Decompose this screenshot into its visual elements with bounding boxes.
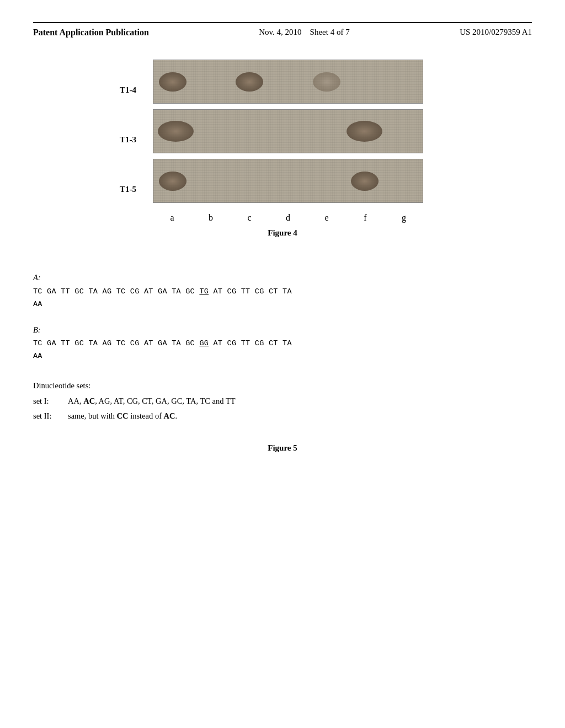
lane-f: f (351, 213, 379, 223)
spot-t13-f (347, 121, 382, 142)
spot-t13-a (158, 121, 194, 142)
gel-row-t13: T1-3 (120, 109, 445, 153)
set2-value: same, but with CC instead of AC. (68, 409, 177, 424)
label-t15: T1-5 (120, 185, 153, 194)
lane-a: a (158, 213, 186, 223)
lane-c: c (236, 213, 263, 223)
spot-t15-f (351, 172, 379, 191)
gel-wrapper: T1-4 T1-3 (120, 60, 445, 223)
lane-g: g (390, 213, 418, 223)
gel-image-t15 (153, 159, 423, 203)
gel-row-t15: T1-5 (120, 159, 445, 203)
header-sheet: Sheet 4 of 7 (310, 28, 350, 36)
set1-value: AA, AC, AG, AT, CG, CT, GA, GC, TA, TC a… (68, 394, 236, 409)
dinucleotide-section: Dinucleotide sets: set I: AA, AC, AG, AT… (33, 378, 532, 424)
gel-image-t14 (153, 60, 423, 104)
underline-tg: TG (199, 287, 209, 296)
spot-t14-c (236, 72, 263, 92)
section-b-line2: AA (33, 350, 532, 363)
lane-e: e (313, 213, 340, 223)
spot-t14-a (159, 72, 186, 92)
header-right: US 2010/0279359 A1 (460, 28, 532, 37)
lane-labels: a b c d e f g (153, 208, 423, 223)
gel-row-t14: T1-4 (120, 60, 445, 104)
header-center: Nov. 4, 2010 Sheet 4 of 7 (259, 28, 349, 37)
label-t14: T1-4 (120, 85, 153, 95)
gel-image-t13 (153, 109, 423, 153)
spot-t15-a (159, 172, 186, 191)
dinucleotide-title: Dinucleotide sets: (33, 378, 532, 394)
header-left: Patent Application Publication (33, 28, 149, 38)
section-a-line2: AA (33, 298, 532, 311)
figure5-section: A: TC GA TT GC TA AG TC CG AT GA TA GC T… (33, 271, 532, 424)
section-a-label: A: (33, 271, 532, 285)
section-b-label: B: (33, 323, 532, 337)
header-date: Nov. 4, 2010 (259, 28, 301, 36)
lane-b: b (197, 213, 225, 223)
figure4-section: T1-4 T1-3 (33, 60, 532, 254)
page: Patent Application Publication Nov. 4, 2… (0, 0, 565, 728)
figure4-caption: Figure 4 (268, 228, 297, 238)
spot-t14-e (313, 72, 340, 92)
lane-d: d (274, 213, 302, 223)
dinu-row-set1: set I: AA, AC, AG, AT, CG, CT, GA, GC, T… (33, 394, 532, 409)
figure5-caption: Figure 5 (33, 443, 532, 453)
set2-label: set II: (33, 409, 63, 424)
section-a-line1: TC GA TT GC TA AG TC CG AT GA TA GC TG A… (33, 286, 532, 298)
header: Patent Application Publication Nov. 4, 2… (33, 22, 532, 38)
underline-gg: GG (199, 339, 209, 347)
set1-label: set I: (33, 394, 63, 409)
dinu-row-set2: set II: same, but with CC instead of AC. (33, 409, 532, 424)
label-t13: T1-3 (120, 135, 153, 144)
section-b-line1: TC GA TT GC TA AG TC CG AT GA TA GC GG A… (33, 338, 532, 350)
